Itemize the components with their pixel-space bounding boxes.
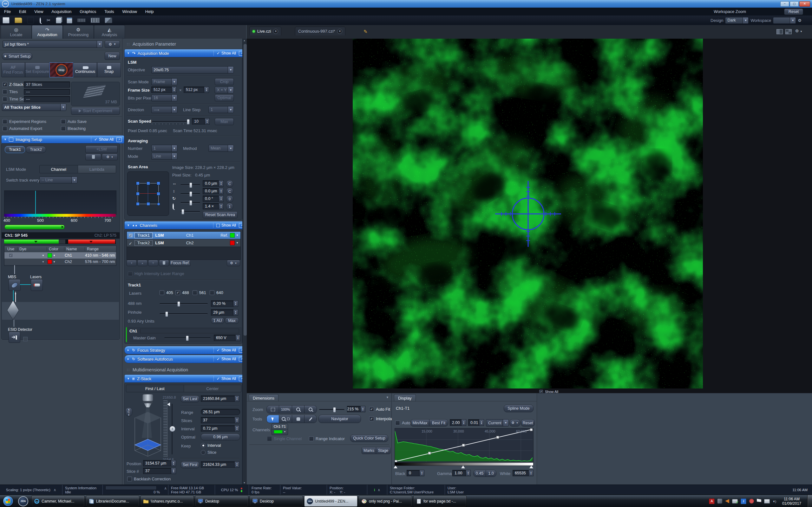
viewer-gear-icon[interactable]: ⚙ ▼ (795, 29, 803, 33)
imaging-setup-header[interactable]: ▼ Imaging Setup ✓Show All ↗ (1, 135, 124, 144)
new-document-icon[interactable] (3, 17, 9, 23)
set-exposure-button[interactable]: Set Exposure (25, 62, 49, 77)
bestfit-high-spinner[interactable]: 0.01▴▾ (468, 419, 484, 426)
scan-region-rect[interactable] (138, 183, 159, 204)
line-step-select[interactable]: 1▼ (208, 106, 234, 113)
center-x-button[interactable]: C (226, 180, 233, 187)
gamma-spinner[interactable]: 1.00▴▾ (452, 470, 471, 476)
new-experiment-button[interactable]: New (105, 52, 120, 60)
slider-handle[interactable] (189, 182, 192, 188)
display-gear-button[interactable]: ⚙▼ (509, 419, 520, 427)
zero-rotation-button[interactable]: 0 (226, 195, 233, 203)
offset-y-slider[interactable] (181, 193, 200, 194)
one-au-button[interactable]: 1 AU (211, 318, 224, 324)
ch2-range-handle-icon[interactable] (90, 241, 93, 243)
channel-mode-button[interactable]: Channel (40, 165, 78, 173)
tray-key-icon[interactable]: ⚷ (741, 498, 746, 504)
direction-select[interactable]: ⟶▼ (151, 106, 177, 113)
taskbar-item-network-share[interactable]: \\shares.nyumc.o... (141, 496, 194, 507)
objective-select[interactable]: 20x/0.75▼ (151, 66, 234, 73)
delete-track-button[interactable] (85, 154, 101, 160)
averaging-mode-select[interactable]: Line▼ (151, 153, 177, 160)
slice-number-spinner[interactable]: 37▴▾ (143, 468, 176, 474)
first-last-tab[interactable]: First / Last (126, 385, 184, 392)
annotate-pen-icon[interactable]: ✎ (363, 29, 368, 35)
black-point-marker[interactable] (394, 465, 397, 468)
move-up-button[interactable]: ▲ (137, 260, 148, 266)
tray-clock[interactable]: 11:06 AM 01/09/2017 (782, 497, 801, 506)
single-channel-checkbox[interactable]: Single Channel (267, 436, 302, 441)
picker-tool-button[interactable] (304, 415, 316, 423)
menu-file[interactable]: File (0, 9, 15, 14)
handle[interactable] (136, 192, 140, 195)
scan-zoom-spinner[interactable]: 1.4 ×▴▾ (203, 203, 223, 210)
range-handle-icon[interactable] (61, 226, 64, 228)
auto-save-checkbox[interactable]: Auto Save (61, 119, 87, 124)
laser-power-spinner[interactable]: 0.20 %▴▾ (211, 300, 238, 307)
channel-row-ch1[interactable]: ✓ ▼ ▼ Ch1 410 nm - 546 nm (4, 252, 116, 259)
taskbar-item-zen-active[interactable]: ZEN Untitled499 - ZEN... (304, 496, 357, 507)
laser-488-checkbox[interactable]: ✓488 (175, 290, 189, 295)
fluorescence-image[interactable] (353, 39, 703, 389)
scan-area-preview[interactable] (127, 171, 169, 216)
add-track-button[interactable]: + (148, 260, 158, 266)
expand-icon[interactable]: ∧ (377, 488, 380, 492)
bestfit-low-spinner[interactable]: 2.00▴▾ (450, 419, 466, 426)
focus-strategy-header[interactable]: ▼ ↻ Focus Strategy ✓Show All ↗ (124, 346, 247, 354)
set-first-spinner[interactable]: 21624.33 µm▴▾ (201, 461, 240, 468)
menu-view[interactable]: View (30, 9, 47, 14)
experiment-options-button[interactable]: ⚙▼ (105, 41, 120, 48)
scroll-up-arrow[interactable]: ▲ (243, 39, 246, 42)
histogram-container[interactable]: 15,000 30,000 45,000 60,000 (395, 428, 534, 463)
center-tab[interactable]: Center (184, 385, 241, 392)
track1-tab[interactable]: Track1 (5, 146, 25, 153)
taskbar-item-libraries[interactable]: Libraries\Docume... (86, 496, 139, 507)
range-indicator-checkbox[interactable]: Range Indicator (309, 436, 345, 441)
auto-display-checkbox[interactable]: Auto (395, 420, 410, 425)
collapse-arrow-icon[interactable]: ▼ (127, 224, 130, 227)
collapse-arrow-icon[interactable]: ▼ (126, 358, 130, 360)
cut-icon[interactable]: ✂ (47, 17, 51, 23)
channel-row-ch2[interactable]: ▼ ▼ Ch2 576 nm - 700 nm (4, 259, 116, 265)
experiment-regions-checkbox[interactable]: Experiment Regions (3, 119, 46, 124)
track1-color-swatch[interactable] (230, 233, 235, 238)
image-viewport[interactable]: ✓Show All (247, 39, 812, 393)
popout-icon[interactable]: ↗ (116, 137, 122, 142)
menu-help[interactable]: Help (141, 9, 158, 14)
chevron-down-icon[interactable]: ▼ (53, 261, 55, 263)
channel-chip[interactable]: Ch1-T1 ▼ (271, 424, 288, 435)
pan-tool-button[interactable] (292, 415, 304, 423)
chevron-down-icon[interactable]: ▼ (284, 431, 286, 433)
tray-microscope-icon[interactable] (717, 499, 722, 504)
set-last-button[interactable]: Set Last (181, 395, 200, 402)
current-select[interactable]: Current▼ (486, 419, 509, 427)
menu-edit[interactable]: Edit (15, 9, 30, 14)
best-fit-button[interactable]: Best Fit (429, 419, 448, 427)
pinhole-slider[interactable] (159, 314, 208, 315)
zoom-value-spinner[interactable]: 215 %▴▾ (347, 406, 365, 412)
switch-track-select[interactable]: -- Line▼ (39, 176, 78, 183)
navigator-button[interactable]: Navigator (318, 415, 361, 423)
frame-size-y-spinner[interactable]: 512 px▴▾ (184, 87, 209, 93)
ch1-range-bar[interactable] (4, 239, 59, 244)
automated-export-checkbox[interactable]: Automated Export (3, 126, 42, 131)
tab-analysis[interactable]: ◭ Analysis (94, 25, 125, 39)
show-desktop-button[interactable] (807, 495, 812, 507)
taskbar-item-ie[interactable]: Cammer, Michael... (32, 496, 85, 507)
slider-handle[interactable] (177, 301, 180, 307)
z-position-handle[interactable]: ⇕ (169, 426, 175, 432)
number-select[interactable]: 1▼ (151, 145, 177, 152)
chevron-down-icon[interactable]: ▼ (53, 254, 55, 257)
acquisition-mode-header[interactable]: ▼ ↷ Acquisition Mode ✓Show All ↗ (124, 49, 247, 57)
offset-y-spinner[interactable]: 0.0 µm▴▾ (203, 188, 223, 194)
handle[interactable] (147, 202, 150, 206)
use-checkbox[interactable] (9, 260, 13, 264)
master-gain-slider[interactable] (164, 337, 211, 339)
offset-x-slider[interactable] (181, 184, 200, 186)
design-select[interactable]: Dark▼ (725, 17, 749, 24)
z-ruler[interactable] (163, 400, 167, 457)
find-focus-button[interactable]: AF Find Focus (1, 62, 25, 77)
detection-range-bar[interactable] (4, 225, 65, 229)
chevron-down-icon[interactable]: ▼ (236, 234, 239, 237)
track1-checkbox[interactable]: ✓ (129, 233, 133, 237)
